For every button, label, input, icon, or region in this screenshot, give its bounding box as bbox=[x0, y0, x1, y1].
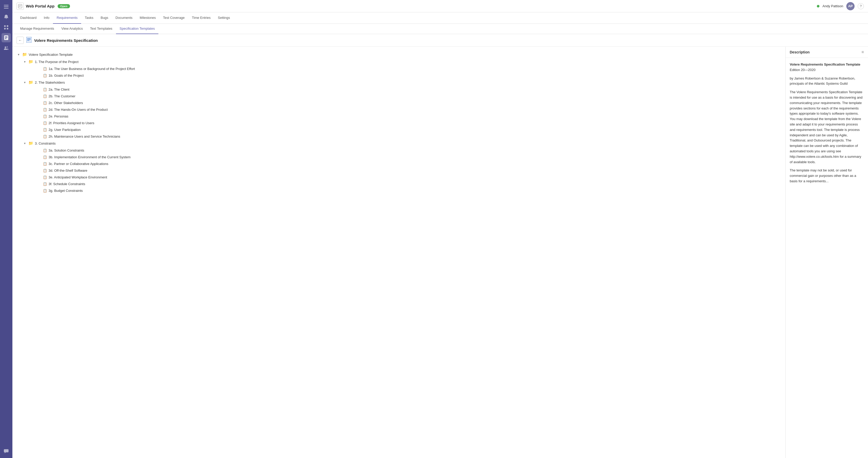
header-right: Andy Pattison AP ? bbox=[817, 2, 864, 10]
file-icon: 📋 bbox=[43, 94, 47, 98]
list-item[interactable]: 📋 3b. Implementation Environment of the … bbox=[35, 154, 783, 160]
list-item[interactable]: 📋 3c. Partner or Collaborative Applicati… bbox=[35, 160, 783, 167]
tree-section-1-label: 1. The Purpose of the Project bbox=[35, 60, 79, 64]
list-item[interactable]: 📋 2c. Other Stakeholders bbox=[35, 99, 783, 106]
tree-root-item[interactable]: ▼ 📁 Volere Specification Template bbox=[14, 51, 783, 58]
list-item[interactable]: 📋 1a. The User Business or Background of… bbox=[35, 65, 783, 72]
spacer bbox=[37, 128, 41, 132]
list-item[interactable]: 📋 3e. Anticipated Workplace Environment bbox=[35, 174, 783, 181]
spacer bbox=[37, 182, 41, 186]
spacer bbox=[37, 168, 41, 172]
tree-item-label: 2f. Priorities Assigned to Users bbox=[49, 121, 94, 125]
spacer bbox=[37, 148, 41, 152]
spacer bbox=[37, 107, 41, 111]
list-item[interactable]: 📋 3a. Solution Constraints bbox=[35, 147, 783, 154]
spacer bbox=[37, 101, 41, 105]
tab-tasks[interactable]: Tasks bbox=[81, 12, 97, 24]
sidebar bbox=[0, 0, 12, 458]
file-icon: 📋 bbox=[43, 128, 47, 132]
user-name: Andy Pattison bbox=[823, 4, 843, 8]
svg-rect-20 bbox=[27, 39, 31, 40]
desc-line-1: Volere Requirements Specification Templa… bbox=[790, 62, 864, 73]
tree-toggle-root[interactable]: ▼ bbox=[17, 53, 21, 57]
svg-rect-0 bbox=[4, 5, 8, 5]
grid-icon[interactable] bbox=[2, 23, 11, 32]
description-header: Description ≡ bbox=[785, 47, 868, 58]
tab-dashboard[interactable]: Dashboard bbox=[17, 12, 40, 24]
file-icon: 📋 bbox=[43, 182, 47, 186]
svg-point-11 bbox=[5, 46, 6, 48]
description-menu-icon[interactable]: ≡ bbox=[862, 50, 864, 55]
tab-test-coverage[interactable]: Test Coverage bbox=[159, 12, 188, 24]
tab-settings[interactable]: Settings bbox=[214, 12, 234, 24]
file-icon: 📋 bbox=[43, 115, 47, 118]
list-item[interactable]: 📋 2a. The Client bbox=[35, 86, 783, 93]
list-item[interactable]: 📋 3f. Schedule Constraints bbox=[35, 181, 783, 187]
tree-section-3-items: 📋 3a. Solution Constraints 📋 3b. Impleme… bbox=[21, 147, 783, 194]
tree-item-label: 3e. Anticipated Workplace Environment bbox=[49, 175, 107, 179]
bell-icon[interactable] bbox=[2, 12, 11, 22]
tab-documents[interactable]: Documents bbox=[112, 12, 136, 24]
tab-milestones[interactable]: Milestones bbox=[136, 12, 159, 24]
svg-rect-16 bbox=[19, 6, 21, 7]
folder-icon-1: 📁 bbox=[28, 59, 33, 64]
subtab-view-analytics[interactable]: View Analytics bbox=[58, 24, 87, 34]
users-icon[interactable] bbox=[2, 43, 11, 53]
tab-bugs[interactable]: Bugs bbox=[97, 12, 112, 24]
tree-section-3: ▼ 📁 3. Constraints 📋 3a. Solution Constr… bbox=[14, 140, 783, 194]
file-icon: 📋 bbox=[43, 108, 47, 111]
svg-rect-13 bbox=[4, 449, 8, 452]
svg-rect-4 bbox=[7, 25, 8, 27]
list-item[interactable]: 📋 3g. Budget Constraints bbox=[35, 187, 783, 194]
help-icon[interactable]: ? bbox=[858, 3, 864, 9]
tree-item-label: 2d. The Hands-On Users of the Product bbox=[49, 108, 108, 111]
file-icon: 📋 bbox=[43, 175, 47, 179]
svg-rect-21 bbox=[27, 40, 29, 41]
back-button[interactable]: ← bbox=[17, 37, 24, 44]
spacer bbox=[37, 73, 41, 77]
document-icon[interactable] bbox=[2, 33, 11, 42]
tree-section-3-header[interactable]: ▼ 📁 3. Constraints bbox=[21, 140, 783, 147]
user-status-indicator bbox=[817, 5, 819, 7]
chat-icon[interactable] bbox=[2, 447, 11, 456]
list-item[interactable]: 📋 2d. The Hands-On Users of the Product bbox=[35, 106, 783, 113]
list-item[interactable]: 📋 3d. Off-the-Shelf Software bbox=[35, 167, 783, 174]
list-item[interactable]: 📋 2e. Personas bbox=[35, 113, 783, 120]
file-icon: 📋 bbox=[43, 134, 47, 138]
status-badge: Open bbox=[58, 4, 70, 8]
tree-toggle-1[interactable]: ▼ bbox=[23, 60, 27, 64]
list-item[interactable]: 📋 2f. Priorities Assigned to Users bbox=[35, 120, 783, 126]
svg-rect-5 bbox=[4, 28, 6, 29]
split-pane: ▼ 📁 Volere Specification Template ▼ 📁 1.… bbox=[12, 47, 868, 458]
subtab-specification-templates[interactable]: Specification Templates bbox=[116, 24, 158, 34]
list-item[interactable]: 📋 1b. Goals of the Project bbox=[35, 72, 783, 79]
tree-section-2-label: 2. The Stakeholders bbox=[35, 80, 65, 85]
tab-time-entries[interactable]: Time Entries bbox=[188, 12, 214, 24]
menu-icon[interactable] bbox=[2, 2, 11, 11]
subtab-text-templates[interactable]: Text Templates bbox=[86, 24, 116, 34]
folder-icon-2: 📁 bbox=[28, 80, 33, 85]
tree-section-2: ▼ 📁 2. The Stakeholders 📋 2a. The Client bbox=[14, 79, 783, 140]
list-item[interactable]: 📋 2b. The Customer bbox=[35, 93, 783, 99]
list-item[interactable]: 📋 2g. User Participation bbox=[35, 126, 783, 133]
app-title: Web Portal App bbox=[26, 4, 55, 8]
content-area: ← Volere Requirements Specification bbox=[12, 34, 868, 458]
folder-icon-root: 📁 bbox=[22, 52, 27, 57]
tab-requirements[interactable]: Requirements bbox=[53, 12, 81, 24]
description-content: Volere Requirements Specification Templa… bbox=[785, 58, 868, 191]
subtab-manage-requirements[interactable]: Manage Requirements bbox=[17, 24, 58, 34]
svg-rect-3 bbox=[4, 25, 6, 27]
tree-section-1-header[interactable]: ▼ 📁 1. The Purpose of the Project bbox=[21, 58, 783, 65]
list-item[interactable]: 📋 2h. Maintenance Users and Service Tech… bbox=[35, 133, 783, 140]
tree-item-label: 2h. Maintenance Users and Service Techni… bbox=[49, 134, 120, 138]
header: Web Portal App Open Andy Pattison AP ? bbox=[12, 0, 868, 12]
tree-root: ▼ 📁 Volere Specification Template ▼ 📁 1.… bbox=[12, 51, 785, 194]
svg-rect-10 bbox=[5, 38, 6, 39]
spacer bbox=[37, 67, 41, 71]
tree-toggle-3[interactable]: ▼ bbox=[23, 141, 27, 145]
tree-toggle-2[interactable]: ▼ bbox=[23, 80, 27, 85]
tree-section-2-header[interactable]: ▼ 📁 2. The Stakeholders bbox=[21, 79, 783, 86]
desc-line-2: by James Robertson & Suzanne Robertson, … bbox=[790, 76, 864, 87]
tab-info[interactable]: Info bbox=[40, 12, 53, 24]
folder-icon-3: 📁 bbox=[28, 141, 33, 145]
